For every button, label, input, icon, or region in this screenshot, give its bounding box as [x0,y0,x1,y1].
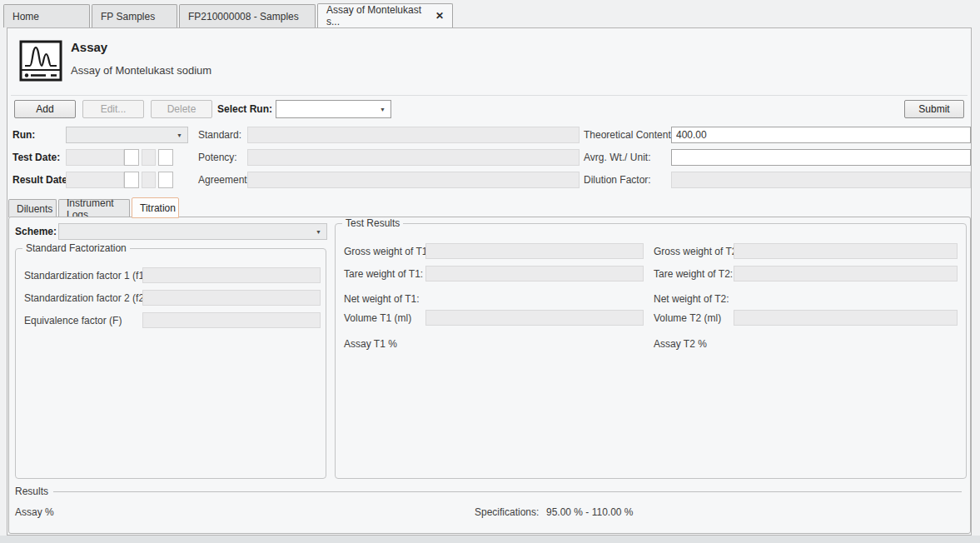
tab-label: Assay of Montelukast s... [326,4,427,27]
date-text-segment[interactable] [66,172,124,188]
test-date-field[interactable] [66,149,173,166]
avg-wt-field[interactable] [671,149,971,166]
tare-weight-t1-label: Tare weight of T1: [344,266,423,282]
scheme-label: Scheme: [15,223,57,240]
window-bottom-strip [0,536,980,543]
submit-button[interactable]: Submit [904,100,964,118]
standard-factorization-group: Standard Factorization Standardization f… [15,248,326,479]
tare-weight-t2-label: Tare weight of T2: [654,266,733,282]
tab-label: FP Samples [101,11,155,22]
std-factor-1-field[interactable] [142,267,321,283]
test-date-label: Test Date: [12,149,60,166]
tab-label: FP210000008 - Samples [188,11,299,22]
results-separator [53,491,962,492]
dilution-factor-field[interactable] [671,172,971,188]
gross-weight-t1-field[interactable] [425,243,644,259]
theoretical-content-field[interactable] [671,127,971,143]
volume-t2-label: Volume T2 (ml) [654,310,721,326]
tab-label: Home [12,11,39,22]
tare-weight-t1-field[interactable] [425,266,644,281]
date-day-segment[interactable] [124,149,139,166]
assay-chromatogram-icon [19,40,62,82]
group-title: Standard Factorization [22,242,130,254]
date-month-segment[interactable] [142,149,156,166]
equivalence-factor-field[interactable] [142,312,321,328]
volume-t1-label: Volume T1 (ml) [344,310,411,326]
tab-assay-of-montelukast[interactable]: Assay of Montelukast s... ✕ [317,3,453,27]
result-date-label: Result Date: [12,172,71,188]
standard-label: Standard: [198,127,241,143]
page-subtitle: Assay of Montelukast sodium [71,64,211,77]
volume-t2-field[interactable] [734,310,958,326]
agreement-label: Agreement: [198,172,250,188]
chevron-down-icon: ▼ [380,107,386,112]
tab-instrument-logs[interactable]: Instrument Logs [58,199,130,217]
tab-fp-samples[interactable]: FP Samples [92,4,177,27]
gross-weight-t2-label: Gross weight of T2: [654,243,740,260]
avg-wt-label: Avrg. Wt./ Unit: [584,149,650,166]
agreement-field[interactable] [247,172,580,188]
theoretical-content-label: Theoretical Content: [584,127,674,143]
page-title: Assay [71,40,107,54]
main-panel: Assay Assay of Montelukast sodium Add Ed… [7,27,972,536]
potency-field[interactable] [247,149,580,166]
edit-button[interactable]: Edit... [82,100,144,118]
delete-button[interactable]: Delete [151,100,212,118]
select-run-label: Select Run: [217,101,272,117]
potency-label: Potency: [198,149,237,166]
tab-fp210000008-samples[interactable]: FP210000008 - Samples [179,4,316,27]
titration-tab-panel: Scheme: ▼ Standard Factorization Standar… [8,217,971,534]
group-title: Test Results [342,217,403,229]
chevron-down-icon: ▼ [177,132,182,138]
scheme-combobox[interactable]: ▼ [58,223,327,240]
select-run-combobox[interactable]: ▼ [276,100,391,118]
tab-titration[interactable]: Titration [132,197,179,218]
date-year-segment[interactable] [158,172,173,188]
gross-weight-t1-label: Gross weight of T1: [344,243,430,260]
test-results-group: Test Results Gross weight of T1: Gross w… [335,223,967,479]
tab-home[interactable]: Home [3,4,90,27]
assay-percent-label: Assay % [15,504,54,521]
date-year-segment[interactable] [158,149,173,166]
assay-t2-label: Assay T2 % [654,336,707,352]
specifications-label: Specifications: [475,504,539,521]
subtab-label: Diluents [17,203,52,215]
std-factor-2-field[interactable] [142,290,321,306]
standard-field[interactable] [247,127,580,143]
add-button[interactable]: Add [14,100,76,118]
volume-t1-field[interactable] [425,310,644,326]
result-date-field[interactable] [66,172,173,188]
std-factor-2-label: Standardization factor 2 (f2) [24,290,147,306]
equivalence-factor-label: Equivalence factor (F) [24,312,122,329]
specifications-value: 95.00 % - 110.00 % [546,504,634,521]
date-text-segment[interactable] [66,149,124,166]
date-month-segment[interactable] [142,172,156,188]
subtab-label: Titration [140,202,176,214]
std-factor-1-label: Standardization factor 1 (f1) [24,267,147,284]
run-combobox[interactable]: ▼ [66,127,188,143]
tare-weight-t2-field[interactable] [734,266,958,281]
app-window: Home FP Samples FP210000008 - Samples As… [0,0,980,543]
assay-t1-label: Assay T1 % [344,336,397,352]
run-label: Run: [12,127,35,143]
gross-weight-t2-field[interactable] [734,243,958,259]
date-day-segment[interactable] [124,172,139,188]
close-icon[interactable]: ✕ [435,10,444,22]
net-weight-t2-label: Net weight of T2: [654,291,729,307]
net-weight-t1-label: Net weight of T1: [344,291,420,307]
chevron-down-icon: ▼ [316,229,321,235]
header-separator [11,95,968,96]
dilution-factor-label: Dilution Factor: [584,172,651,188]
results-title: Results [15,486,52,497]
tab-diluents[interactable]: Diluents [8,199,57,217]
